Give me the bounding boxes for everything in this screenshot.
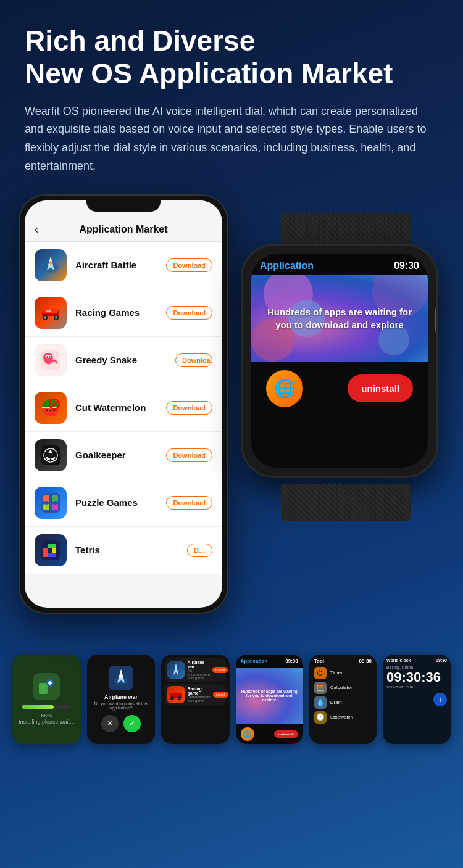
thumb3-app-item-0[interactable]: Airplane war An entertainment mini game … (165, 658, 225, 682)
phone-screen: ‹ Application Market (25, 200, 222, 608)
sub-description: Wearfit OS pioneered the AI voice intell… (25, 102, 438, 176)
aircraft-download-btn[interactable]: Download (166, 258, 212, 272)
app-item-racing[interactable]: Racing Games Download (25, 289, 222, 337)
thumb1-status-text: 65% (41, 713, 52, 719)
thumb6-add-button[interactable]: + (433, 693, 447, 706)
thumb2-confirm-button[interactable]: ✓ (123, 715, 141, 732)
thumbnail-app-screen: Application 09:30 Hundreds of apps are w… (236, 655, 303, 744)
watch-frame: Application 09:30 Hundreds of apps are w… (241, 244, 438, 478)
thumb5-calculator-item[interactable]: 🧮 Calculator (314, 682, 372, 694)
thumb6-city: Beijing, China (386, 665, 447, 669)
watch-wrapper: Application 09:30 Hundreds of apps are w… (241, 244, 451, 490)
greedy-snake-icon (35, 344, 67, 376)
thumb3-app-sub-1: Entertainment mini game (187, 695, 210, 703)
thumb5-header: Tool 09:30 (309, 655, 377, 666)
thumb6-header: World clock 09:30 (386, 658, 447, 663)
cut-watermelon-name: Cut Watermelon (75, 402, 166, 413)
svg-marker-61 (173, 663, 178, 675)
svg-point-21 (50, 410, 52, 411)
app-item-watermelon[interactable]: Cut Watermelon Download (25, 384, 222, 432)
svg-rect-52 (52, 544, 56, 548)
thumb1-app-icon (33, 673, 60, 700)
phone-wrapper: ‹ Application Market (19, 194, 228, 614)
app-item-snake[interactable]: Greedy Snake Downloa… (25, 337, 222, 384)
thumb4-bottom: 🌐 uninstall (236, 724, 303, 744)
svg-point-64 (178, 696, 181, 700)
thumb2-app-name: Airplane war (104, 694, 138, 700)
app-list: Aircraft Battle Download (25, 242, 222, 574)
thumb6-time: 09:30 (436, 658, 447, 663)
thumb3-app-sub-0: An entertainment mini game (187, 669, 210, 680)
app-item-tetris[interactable]: Tetris D… (25, 527, 222, 574)
globe-icon: 🌐 (274, 378, 296, 399)
greedy-snake-name: Greedy Snake (75, 355, 175, 365)
svg-point-17 (42, 353, 44, 355)
watch-uninstall-button[interactable]: uninstall (348, 374, 413, 402)
thumb5-timer-item[interactable]: ⏱ Timer (314, 667, 372, 679)
thumb6-date: 2023/08/21 TUE (386, 685, 447, 689)
puzzle-download-btn[interactable]: Download (166, 496, 212, 510)
thumb4-uninstall-btn[interactable]: uninstall (274, 730, 298, 738)
thumb4-header: Application 09:30 (236, 655, 303, 668)
thumb5-time: 09:30 (359, 658, 371, 664)
aircraft-battle-icon (35, 249, 67, 281)
svg-rect-37 (43, 495, 49, 502)
thumb2-question: Do you want to uninstall this applicatio… (93, 701, 149, 710)
racing-games-icon (35, 297, 67, 329)
svg-point-41 (49, 497, 52, 500)
goalkeeper-download-btn[interactable]: Download (166, 448, 212, 462)
svg-rect-48 (48, 553, 52, 557)
svg-point-3 (49, 261, 52, 265)
thumb3-app-info-1: Racing game Entertainment mini game (187, 687, 210, 703)
thumb2-action-buttons: ✕ ✓ (101, 715, 141, 732)
thumb5-stopwatch-item[interactable]: 🕐 Stopwatch (314, 711, 372, 724)
cut-watermelon-icon (35, 392, 67, 424)
svg-rect-46 (43, 553, 48, 557)
tetris-download-btn[interactable]: D… (187, 544, 212, 557)
app-item-aircraft[interactable]: Aircraft Battle Download (25, 242, 222, 289)
racing-games-name: Racing Games (75, 307, 166, 318)
phone-frame: ‹ Application Market (19, 194, 228, 614)
watch-actions: 🌐 uninstall (251, 362, 428, 416)
watch-globe-button[interactable]: 🌐 (266, 370, 303, 407)
watch-banner-text: Hundreds of apps are waiting for you to … (251, 305, 428, 331)
devices-section: ‹ Application Market (0, 194, 463, 639)
watermelon-download-btn[interactable]: Download (166, 401, 212, 415)
svg-point-43 (44, 501, 48, 505)
puzzle-games-icon (35, 487, 67, 519)
thumb5-items: ⏱ Timer 🧮 Calculator 💧 Drain 🕐 Stopwatch (309, 666, 377, 744)
svg-point-20 (46, 409, 48, 411)
app-market-title: Application Market (79, 224, 167, 235)
thumb3-install-btn-0[interactable]: install (212, 667, 228, 673)
thumb4-banner: Hundreds of apps are waiting for you to … (236, 668, 303, 724)
thumb4-globe-icon[interactable]: 🌐 (241, 727, 254, 741)
thumb3-install-btn-1[interactable]: install (213, 692, 228, 698)
thumb3-app-item-1[interactable]: Racing game Entertainment mini game inst… (165, 684, 225, 705)
app-item-puzzle[interactable]: Puzzle Games Download (25, 479, 222, 527)
svg-rect-40 (52, 504, 58, 510)
watch-crown (435, 307, 438, 333)
calculator-icon: 🧮 (314, 682, 327, 694)
goalkeeper-name: Goalkeeper (75, 450, 166, 460)
svg-rect-39 (43, 504, 49, 510)
thumb4-app-label: Application (241, 658, 268, 664)
thumbnail-app-list: Airplane war An entertainment mini game … (161, 655, 229, 744)
aircraft-battle-name: Aircraft Battle (75, 260, 166, 270)
thumbnail-uninstall-dialog: Airplane war Do you want to uninstall th… (87, 655, 156, 744)
svg-rect-49 (52, 553, 56, 557)
greedy-snake-download-btn[interactable]: Downloa… (175, 353, 212, 367)
thumb5-stopwatch-label: Stopwatch (330, 714, 353, 720)
phone-notch (86, 196, 161, 212)
back-arrow-icon[interactable]: ‹ (35, 222, 39, 236)
thumb5-drain-item[interactable]: 💧 Drain (314, 696, 372, 709)
app-item-goalkeeper[interactable]: Goalkeeper Download (25, 432, 222, 479)
svg-rect-51 (48, 544, 52, 548)
main-title: Rich and Diverse New OS Application Mark… (25, 25, 438, 90)
puzzle-games-name: Puzzle Games (75, 497, 166, 508)
watch-header-bar: Application 09:30 (251, 254, 428, 275)
thumb2-cancel-button[interactable]: ✕ (101, 715, 119, 732)
svg-rect-47 (43, 548, 48, 553)
racing-download-btn[interactable]: Download (166, 306, 212, 320)
watch-banner: Hundreds of apps are waiting for you to … (251, 275, 428, 362)
timer-icon: ⏱ (314, 667, 327, 679)
